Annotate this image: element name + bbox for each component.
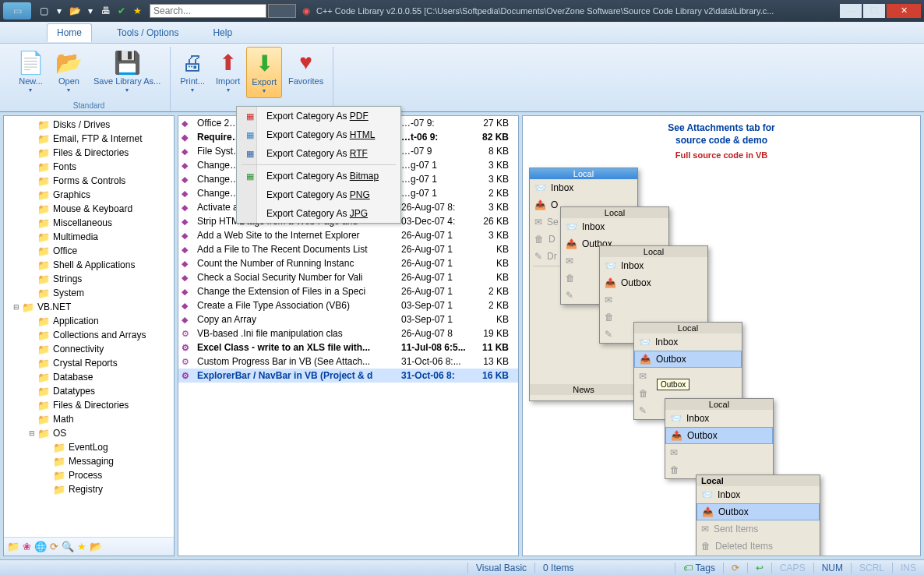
- footer-icon-6[interactable]: ★: [77, 541, 86, 552]
- tree-item[interactable]: 📁Math: [5, 412, 172, 426]
- tree-item[interactable]: 📁EventLog: [5, 440, 172, 454]
- qa-print-icon[interactable]: 🖶: [100, 5, 112, 17]
- close-button[interactable]: ✕: [887, 4, 921, 18]
- minimize-button[interactable]: —: [840, 4, 862, 18]
- tree-item[interactable]: 📁Disks / Drives: [5, 118, 172, 132]
- statusbar: Visual Basic 0 Items 🏷 Tags ⟳ ↩ CAPS NUM…: [0, 559, 924, 575]
- list-row[interactable]: ◆Check a Social Security Number for Vali…: [178, 270, 518, 284]
- tree-item[interactable]: 📁Process: [5, 468, 172, 482]
- tree-item[interactable]: 📁Registry: [5, 482, 172, 496]
- qa-new-icon[interactable]: ▢: [37, 5, 50, 17]
- list-row[interactable]: ⚙Custom Progress Bar in VB (See Attach..…: [178, 355, 518, 369]
- tree-item[interactable]: 📁Database: [5, 370, 172, 384]
- export-jpg-item[interactable]: Export Category As JPG: [237, 204, 400, 223]
- maximize-button[interactable]: ☐: [863, 4, 885, 18]
- item-icon: ◆: [182, 259, 194, 269]
- tree-item[interactable]: 📁Miscellaneous: [5, 216, 172, 230]
- tree-item[interactable]: 📁Mouse & Keyboard: [5, 202, 172, 216]
- item-icon: ⚙: [182, 329, 194, 339]
- qa-open-icon[interactable]: 📂: [69, 5, 81, 17]
- inbox-icon: 📨: [566, 221, 577, 232]
- footer-icon-1[interactable]: 📁: [7, 541, 19, 552]
- list-row[interactable]: ◆Add a File to The Recent Documents List…: [178, 242, 518, 256]
- list-row[interactable]: ◆Count the Number of Running Instanc26-A…: [178, 256, 518, 270]
- record-icon[interactable]: ◉: [302, 5, 310, 16]
- tree-item[interactable]: 📁Datatypes: [5, 384, 172, 398]
- export-rtf-item[interactable]: ▦Export Category As RTF: [237, 144, 400, 163]
- tree-item[interactable]: 📁Office: [5, 244, 172, 258]
- tree-item[interactable]: 📁Forms & Controls: [5, 174, 172, 188]
- tree-item[interactable]: 📁Graphics: [5, 188, 172, 202]
- list-row[interactable]: ◆Create a File Type Association (VB6)03-…: [178, 298, 518, 312]
- search-input[interactable]: [150, 4, 266, 18]
- open-button[interactable]: 📂Open: [51, 47, 87, 97]
- mini-title-local: Local: [530, 168, 637, 179]
- status-tags[interactable]: 🏷 Tags: [675, 563, 722, 573]
- footer-icon-4[interactable]: ⟳: [50, 541, 58, 552]
- tree-item[interactable]: 📁Connectivity: [5, 342, 172, 356]
- footer-icon-5[interactable]: 🔍: [62, 541, 74, 552]
- tree-item[interactable]: 📁Strings: [5, 272, 172, 286]
- list-row[interactable]: ◆Add a Web Site to the Internet Explorer…: [178, 228, 518, 242]
- tree-item[interactable]: 📁Email, FTP & Internet: [5, 132, 172, 146]
- tree-item[interactable]: 📁Multimedia: [5, 230, 172, 244]
- new-button[interactable]: 📄New...: [12, 47, 49, 97]
- export-bitmap-item[interactable]: ▦Export Category As Bitmap: [237, 167, 400, 185]
- list-row[interactable]: ⚙VB-based .Ini file manipulation clas26-…: [178, 326, 518, 340]
- import-button[interactable]: ⬆Import: [211, 47, 245, 98]
- folder-icon: 📁: [22, 302, 34, 313]
- list-row[interactable]: ⚙ExplorerBar / NavBar in VB (Project & d…: [178, 369, 518, 383]
- status-return-icon[interactable]: ↩: [747, 563, 771, 573]
- status-caps: CAPS: [771, 563, 813, 573]
- preview-panel: See Attachments tab for source code & de…: [522, 115, 921, 556]
- tree-item[interactable]: 📁Application: [5, 314, 172, 328]
- list-row[interactable]: ⚙Excel Class - write to an XLS file with…: [178, 340, 518, 355]
- qa-check-icon[interactable]: ✔: [115, 5, 128, 17]
- qa-dd2-icon[interactable]: ▾: [84, 5, 97, 17]
- footer-icon-2[interactable]: ❀: [23, 541, 31, 552]
- preview-header-1: See Attachments tab for: [527, 122, 915, 133]
- tree-item[interactable]: 📁Crystal Reports: [5, 356, 172, 370]
- list-row[interactable]: ◆Copy an Array03-Sep-07 1KB: [178, 312, 518, 326]
- tree-item[interactable]: 📁Messaging: [5, 454, 172, 468]
- search-dropdown[interactable]: [268, 4, 296, 18]
- preview-cascade: Local 📨Inbox 📤O ✉Se 🗑D ✎Dr News Local 📨I…: [527, 166, 915, 556]
- qa-star-icon[interactable]: ★: [131, 5, 143, 17]
- export-pdf-item[interactable]: ▦Export Category As PDF: [237, 107, 400, 125]
- folder-icon: 📁: [37, 161, 50, 173]
- tab-tools[interactable]: Tools / Options: [108, 24, 188, 41]
- favorites-button[interactable]: ♥Favorites: [284, 47, 328, 98]
- status-refresh-icon[interactable]: ⟳: [723, 563, 747, 573]
- tree-item[interactable]: 📁Collections and Arrays: [5, 328, 172, 342]
- tree-item[interactable]: 📁Fonts: [5, 160, 172, 174]
- tree-item[interactable]: ⊟📁VB.NET: [5, 300, 172, 314]
- print-button[interactable]: 🖨Print...: [175, 47, 210, 98]
- tree-item[interactable]: 📁Files & Directories: [5, 398, 172, 412]
- tab-home[interactable]: Home: [47, 23, 92, 42]
- export-html-item[interactable]: ▦Export Category As HTML: [237, 125, 400, 144]
- export-png-item[interactable]: Export Category As PNG: [237, 185, 400, 204]
- footer-icon-3[interactable]: 🌐: [34, 541, 47, 552]
- tree-item[interactable]: 📁Files & Directories: [5, 146, 172, 160]
- status-language: Visual Basic: [467, 563, 534, 573]
- app-icon[interactable]: ▭: [3, 2, 31, 19]
- folder-icon: 📁: [53, 442, 65, 453]
- tab-help[interactable]: Help: [203, 24, 242, 41]
- item-icon: ◆: [182, 189, 194, 199]
- item-icon: ◆: [182, 132, 194, 143]
- list-row[interactable]: ◆Change the Extension of Files in a Spec…: [178, 284, 518, 298]
- tree-item[interactable]: 📁Shell & Applications: [5, 258, 172, 272]
- folder-icon: 📁: [37, 414, 50, 425]
- save-button[interactable]: 💾Save Library As...: [89, 47, 165, 97]
- footer-icon-7[interactable]: 📂: [90, 541, 102, 552]
- tree-item[interactable]: ⊟📁OS: [5, 426, 172, 440]
- ribbon: 📄New... 📂Open 💾Save Library As... Standa…: [0, 44, 924, 112]
- qa-dd1-icon[interactable]: ▾: [53, 5, 65, 17]
- category-tree[interactable]: 📁Disks / Drives📁Email, FTP & Internet📁Fi…: [4, 116, 174, 537]
- item-icon: ◆: [182, 161, 194, 171]
- tree-item[interactable]: 📁System: [5, 286, 172, 300]
- item-icon: ◆: [182, 287, 194, 297]
- item-icon: ⚙: [182, 357, 194, 367]
- export-button[interactable]: ⬇Export: [246, 47, 282, 98]
- bitmap-icon: ▦: [243, 171, 257, 182]
